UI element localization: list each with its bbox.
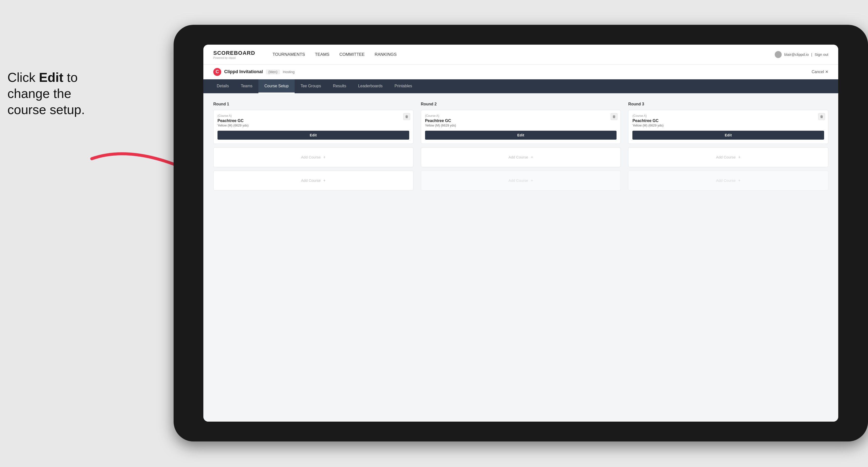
round-2-course-name: Peachtree GC (425, 119, 617, 123)
main-content: Round 1 (Course A) Peachtree GC Yellow (… (204, 93, 838, 422)
main-nav: TOURNAMENTS TEAMS COMMITTEE RANKINGS (268, 50, 775, 59)
hosting-badge: Hosting (283, 70, 294, 74)
plus-icon: + (530, 178, 533, 183)
nav-tournaments[interactable]: TOURNAMENTS (268, 50, 310, 59)
instruction-bold: Edit (39, 70, 63, 85)
round-2-course-card: (Course A) Peachtree GC Yellow (M) (6629… (421, 110, 621, 144)
add-course-label: Add Course + (716, 178, 741, 183)
close-icon: ✕ (825, 70, 828, 74)
tablet-device: SCOREBOARD Powered by clippd TOURNAMENTS… (174, 25, 868, 441)
rounds-grid: Round 1 (Course A) Peachtree GC Yellow (… (213, 102, 828, 194)
round-3-add-course-1[interactable]: Add Course + (628, 147, 828, 167)
round-1-delete-button[interactable]: 🗑 (403, 113, 410, 120)
round-2-edit-button[interactable]: Edit (425, 131, 617, 139)
round-1-add-course-2[interactable]: Add Course + (213, 170, 413, 190)
plus-icon: + (322, 155, 326, 159)
round-1-edit-button[interactable]: Edit (217, 131, 409, 139)
round-1-course-detail: Yellow (M) (6629 yds) (217, 124, 409, 127)
round-3-course-card: (Course A) Peachtree GC Yellow (M) (6629… (628, 110, 828, 144)
round-3-title: Round 3 (628, 102, 828, 106)
logo-subtitle: Powered by clippd (213, 56, 255, 59)
round-1-column: Round 1 (Course A) Peachtree GC Yellow (… (213, 102, 413, 194)
tablet-screen: SCOREBOARD Powered by clippd TOURNAMENTS… (204, 44, 838, 422)
cancel-button[interactable]: Cancel ✕ (812, 69, 828, 74)
sub-header: C Clippd Invitational (Men) Hosting Canc… (204, 64, 838, 80)
sub-header-left: C Clippd Invitational (Men) Hosting (213, 68, 294, 76)
tab-course-setup[interactable]: Course Setup (258, 80, 294, 93)
nav-teams[interactable]: TEAMS (310, 50, 335, 59)
tab-results[interactable]: Results (327, 80, 352, 93)
tab-printables[interactable]: Printables (389, 80, 418, 93)
logo-title: SCOREBOARD (213, 50, 255, 56)
nav-right: blair@clippd.io | Sign out (775, 51, 828, 58)
nav-rankings[interactable]: RANKINGS (370, 50, 402, 59)
delete-icon: 🗑 (820, 115, 824, 119)
add-course-label: Add Course + (301, 155, 326, 159)
round-2-column: Round 2 (Course A) Peachtree GC Yellow (… (421, 102, 621, 194)
round-1-course-label: (Course A) (217, 114, 409, 118)
round-2-course-detail: Yellow (M) (6629 yds) (425, 124, 617, 127)
round-2-add-course-1[interactable]: Add Course + (421, 147, 621, 167)
gender-badge: (Men) (266, 69, 280, 74)
round-3-course-label: (Course A) (632, 114, 824, 118)
tournament-title: Clippd Invitational (224, 69, 263, 74)
plus-icon: + (737, 178, 741, 183)
tab-tee-groups[interactable]: Tee Groups (294, 80, 327, 93)
instruction-text: Click Edit tochange thecourse setup. (7, 69, 112, 118)
delete-icon: 🗑 (612, 115, 616, 119)
round-2-course-label: (Course A) (425, 114, 617, 118)
add-course-label: Add Course + (716, 155, 741, 159)
round-1-course-name: Peachtree GC (217, 119, 409, 123)
round-1-course-card: (Course A) Peachtree GC Yellow (M) (6629… (213, 110, 413, 144)
tab-bar: Details Teams Course Setup Tee Groups Re… (204, 80, 838, 93)
round-3-edit-button[interactable]: Edit (632, 131, 824, 139)
sign-out-link[interactable]: Sign out (815, 52, 828, 57)
add-course-label: Add Course + (301, 178, 326, 183)
round-3-delete-button[interactable]: 🗑 (818, 113, 825, 120)
nav-committee[interactable]: COMMITTEE (334, 50, 370, 59)
tab-details[interactable]: Details (211, 80, 235, 93)
round-1-title: Round 1 (213, 102, 413, 106)
round-2-delete-button[interactable]: 🗑 (611, 113, 618, 120)
round-2-add-course-2: Add Course + (421, 170, 621, 190)
round-2-title: Round 2 (421, 102, 621, 106)
round-3-course-detail: Yellow (M) (6629 yds) (632, 124, 824, 127)
top-navbar: SCOREBOARD Powered by clippd TOURNAMENTS… (204, 44, 838, 64)
tab-teams[interactable]: Teams (235, 80, 258, 93)
add-course-label: Add Course + (508, 155, 533, 159)
round-3-course-name: Peachtree GC (632, 119, 824, 123)
scoreboard-logo: SCOREBOARD Powered by clippd (213, 50, 255, 59)
user-email: blair@clippd.io (784, 52, 809, 57)
instruction-prefix: Click (7, 70, 39, 85)
round-1-add-course-1[interactable]: Add Course + (213, 147, 413, 167)
plus-icon: + (530, 155, 533, 159)
plus-icon: + (322, 178, 326, 183)
add-course-label: Add Course + (508, 178, 533, 183)
tab-leaderboards[interactable]: Leaderboards (352, 80, 389, 93)
avatar (775, 51, 782, 58)
clippd-logo: C (213, 68, 221, 76)
plus-icon: + (737, 155, 741, 159)
nav-separator: | (811, 52, 812, 57)
round-3-add-course-2: Add Course + (628, 170, 828, 190)
round-3-column: Round 3 (Course A) Peachtree GC Yellow (… (628, 102, 828, 194)
delete-icon: 🗑 (405, 115, 408, 119)
